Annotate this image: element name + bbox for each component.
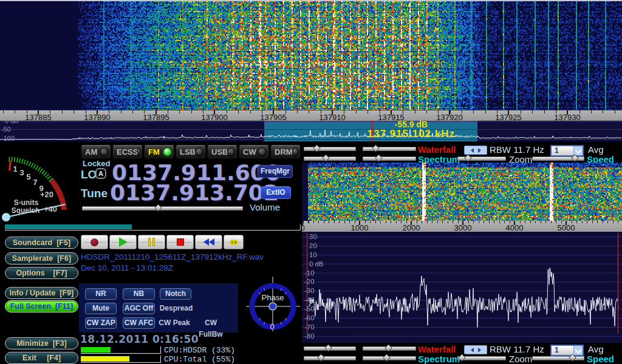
rbw-decrease-icon[interactable] [471,148,474,153]
slider-thumb[interactable] [324,344,332,352]
rbw-decrease-icon[interactable] [471,348,474,352]
wf-contrast-slider-bottom[interactable] [363,346,416,351]
waterfall-label-bottom[interactable]: Waterfall [418,344,456,354]
zoom-slider-bottom[interactable] [457,356,506,360]
options-button[interactable]: Options [F7] [5,267,78,279]
wf-brightness-slider-top[interactable] [304,147,356,151]
slider-thumb[interactable] [464,154,472,162]
avg-select-bottom[interactable]: 1 [550,345,584,356]
play-button[interactable] [109,235,137,249]
rf-spectrum-trace [0,121,622,141]
info-update-button[interactable]: Info / Update [F9] [5,287,78,299]
mode-cw[interactable]: CW [239,145,269,159]
mode-lsb[interactable]: LSB [176,145,206,159]
mode-led-icon [293,148,298,156]
notch-button[interactable]: Notch [160,288,191,300]
cpu-hdsdr-fill [81,347,111,352]
soundcard-button[interactable]: Soundcard [F5] [5,237,78,249]
mute-button[interactable]: Mute [85,303,117,314]
loop-button[interactable] [224,235,244,249]
cw-fullbw-button[interactable]: CW FullBw [192,317,230,329]
agc-button[interactable]: AGC Off [123,303,155,314]
speed-slider-top[interactable] [532,157,584,161]
auto-lo-button[interactable]: A [95,168,106,179]
smeter-tick-label: +20 [40,190,53,199]
rewind-button[interactable] [195,235,222,249]
slider-thumb[interactable] [317,354,325,362]
rf-waterfall-canvas [0,1,622,110]
mode-usb[interactable]: USB [207,145,238,159]
mode-ecss[interactable]: ECSS [112,145,143,159]
despread-button[interactable]: Despread [157,303,195,314]
stop-button[interactable] [166,235,194,249]
cw-zap-button[interactable]: CW ZAP [85,317,117,329]
rbw-increase-icon[interactable] [478,148,481,153]
slider-thumb[interactable] [383,354,391,362]
avg-select-top[interactable]: 1 [550,145,584,157]
rbw-arrows-bottom[interactable] [464,345,487,354]
cw-peak-button[interactable]: CW Peak [157,317,191,329]
volume-slider-thumb[interactable] [154,204,162,212]
fullscreen-button[interactable]: Full Screen [F11] [5,300,78,312]
smeter-squelch-label: Squelch [12,206,40,215]
waterfall-label-top[interactable]: Waterfall [418,144,456,155]
rewind-icon [203,238,214,246]
tune-frequency-display[interactable]: 0137.913.702 [110,182,279,204]
mode-drm[interactable]: DRM [270,145,301,159]
rbw-increase-icon[interactable] [478,348,481,352]
smeter-tick-label: +40 [44,204,57,214]
cw-afc-button[interactable]: CW AFC [123,317,155,329]
zoom-label-bottom: Zoom [509,354,532,364]
af-frequency-scale[interactable]: 0 1000 2000 3000 4000 5000 [302,221,622,232]
squelch-level-bar[interactable] [5,224,301,231]
volume-slider[interactable] [82,206,243,211]
sp-brightness-slider-top[interactable] [304,157,356,161]
samplerate-button[interactable]: Samplerate [F6] [5,252,78,265]
slider-thumb[interactable] [384,344,392,352]
exit-button[interactable]: Exit [F4] [5,352,78,364]
sp-contrast-slider-top[interactable] [363,157,416,161]
cpu-total-bar [81,356,161,363]
playback-file-date: Dec 10, 2011 - 13:01:28Z [81,263,173,272]
af-db-label: 0 dB [309,260,324,268]
cpu-total-fill [81,356,129,362]
stop-icon [177,238,184,246]
smeter-tick-label: 7 [33,178,37,187]
sp-brightness-slider-bottom[interactable] [304,356,356,360]
sp-contrast-slider-bottom[interactable] [363,356,416,360]
lo-label: LO [81,168,97,181]
zoom-slider-top[interactable] [457,157,506,161]
wf-brightness-slider-bottom[interactable] [304,346,356,351]
spectrum-label-bottom[interactable]: Spectrum [418,354,460,364]
af-spectrum-display[interactable]: 30 20 10 0 dB -10 -20 -30 -40 -50 -60 -7… [302,232,622,343]
nr-button[interactable]: NR [85,288,117,300]
mode-fm[interactable]: FM [144,145,174,159]
af-db-label: -40 [304,296,315,303]
extio-button[interactable]: ExtIO [261,186,291,199]
s-meter: 1 3 5 7 9 +20 +40 S-units Squelch [0,146,79,228]
cpu-total-text: CPU:Total (55%) [164,355,235,364]
mode-am[interactable]: AM [81,145,111,159]
freqmgr-button[interactable]: FreqMgr [258,165,293,178]
wf-contrast-slider-top[interactable] [363,147,416,151]
af-waterfall-display[interactable] [302,163,622,221]
slider-thumb[interactable] [375,154,383,162]
rbw-label-top: RBW 11.7 Hz [490,144,544,155]
slider-thumb[interactable] [313,144,321,152]
mode-label: CW [243,147,256,157]
slider-thumb[interactable] [322,154,330,162]
rf-frequency-scale[interactable]: 137885 137890 137895 137900 137905 13791… [0,110,622,121]
rf-waterfall-display[interactable] [0,1,622,110]
slider-thumb[interactable] [372,144,380,152]
minimize-button[interactable]: Minimize [F3] [5,337,78,349]
phase-dot [269,303,276,310]
dropdown-arrow-icon[interactable] [573,346,583,355]
pause-button[interactable] [138,235,165,249]
af-db-label: 10 [309,251,317,258]
nb-button[interactable]: NB [123,288,155,300]
record-button[interactable] [81,235,108,249]
speed-slider-bottom[interactable] [532,356,584,360]
mode-label: FM [148,147,160,157]
rbw-arrows-top[interactable] [464,146,487,155]
rf-spectrum-display[interactable]: 0 dB -50 -100 -55.9 dB 137.915.102 kHz [0,121,622,141]
